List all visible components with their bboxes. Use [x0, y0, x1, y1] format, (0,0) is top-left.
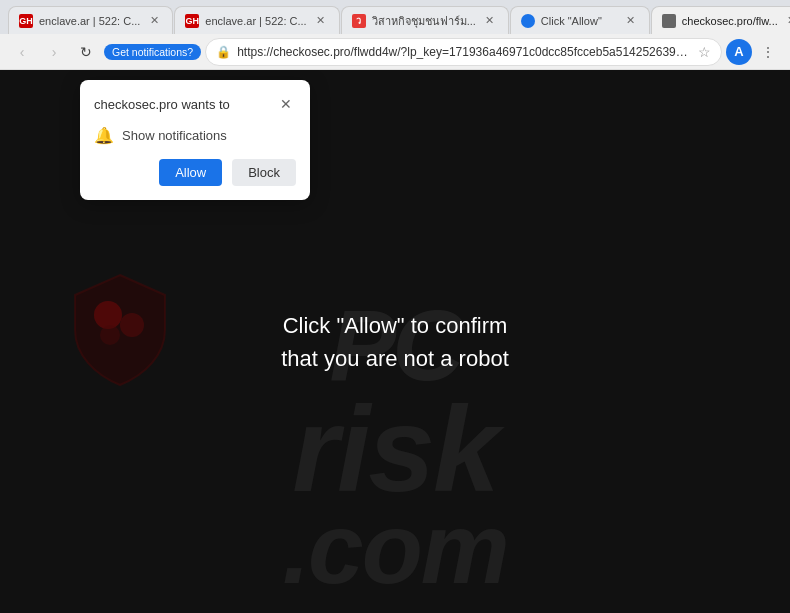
block-button[interactable]: Block [232, 159, 296, 186]
lock-icon: 🔒 [216, 45, 231, 59]
tab-2-label: enclave.ar | 522: C... [205, 15, 306, 27]
notification-popup-header: checkosec.pro wants to ✕ [80, 80, 310, 122]
tab-5-label: checkosec.pro/flw... [682, 15, 778, 27]
allow-button[interactable]: Allow [159, 159, 222, 186]
watermark-com-text: .com [282, 503, 507, 593]
tab-1[interactable]: GH enclave.ar | 522: C... ✕ [8, 6, 173, 34]
bookmark-star-icon[interactable]: ☆ [698, 44, 711, 60]
tab-4[interactable]: Click "Allow" ✕ [510, 6, 650, 34]
notification-badge[interactable]: Get notifications? [104, 44, 201, 60]
tab-1-close[interactable]: ✕ [146, 13, 162, 29]
address-bar: ‹ › ↻ Get notifications? 🔒 https://check… [0, 34, 790, 70]
tab-1-favicon: GH [19, 14, 33, 28]
tab-3[interactable]: ว วิสาหกิจชุมชนฟาร์ม... ✕ [341, 6, 509, 34]
reload-button[interactable]: ↻ [72, 38, 100, 66]
tab-4-label: Click "Allow" [541, 15, 617, 27]
tab-2[interactable]: GH enclave.ar | 522: C... ✕ [174, 6, 339, 34]
tab-4-favicon [521, 14, 535, 28]
tab-2-close[interactable]: ✕ [313, 13, 329, 29]
notification-popup: checkosec.pro wants to ✕ 🔔 Show notifica… [80, 80, 310, 200]
address-bar-icons: A ⋮ [726, 38, 782, 66]
tab-3-close[interactable]: ✕ [482, 13, 498, 29]
url-text: https://checkosec.pro/flwdd4w/?lp_key=17… [237, 45, 692, 59]
tab-2-favicon: GH [185, 14, 199, 28]
svg-point-0 [94, 301, 122, 329]
tab-5-favicon [662, 14, 676, 28]
tab-strip: GH enclave.ar | 522: C... ✕ GH enclave.a… [8, 0, 790, 34]
tab-1-label: enclave.ar | 522: C... [39, 15, 140, 27]
bell-icon: 🔔 [94, 126, 114, 145]
notification-popup-close-button[interactable]: ✕ [276, 94, 296, 114]
browser-frame: GH enclave.ar | 522: C... ✕ GH enclave.a… [0, 0, 790, 613]
title-bar: GH enclave.ar | 522: C... ✕ GH enclave.a… [0, 0, 790, 34]
notification-popup-body: 🔔 Show notifications [80, 122, 310, 159]
tab-5-close[interactable]: ✕ [784, 13, 790, 29]
page-main-text: Click "Allow" to confirm that you are no… [281, 309, 509, 375]
watermark-risk-text: risk [292, 395, 498, 503]
tab-3-label: วิสาหกิจชุมชนฟาร์ม... [372, 12, 476, 30]
menu-icon[interactable]: ⋮ [754, 38, 782, 66]
svg-point-2 [100, 325, 120, 345]
back-button[interactable]: ‹ [8, 38, 36, 66]
show-notifications-label: Show notifications [122, 128, 227, 143]
web-content: PC risk .com Click "Allow" to confirm th… [0, 70, 790, 613]
url-bar[interactable]: 🔒 https://checkosec.pro/flwdd4w/?lp_key=… [205, 38, 722, 66]
page-text-line1: Click "Allow" to confirm [281, 309, 509, 342]
shield-logo [60, 270, 180, 390]
notification-popup-actions: Allow Block [80, 159, 310, 200]
tab-3-favicon: ว [352, 14, 366, 28]
tab-5[interactable]: checkosec.pro/flw... ✕ [651, 6, 790, 34]
page-text-line2: that you are not a robot [281, 342, 509, 375]
svg-point-1 [120, 313, 144, 337]
forward-button[interactable]: › [40, 38, 68, 66]
notification-popup-title: checkosec.pro wants to [94, 97, 230, 112]
tab-4-close[interactable]: ✕ [623, 13, 639, 29]
profile-icon[interactable]: A [726, 39, 752, 65]
